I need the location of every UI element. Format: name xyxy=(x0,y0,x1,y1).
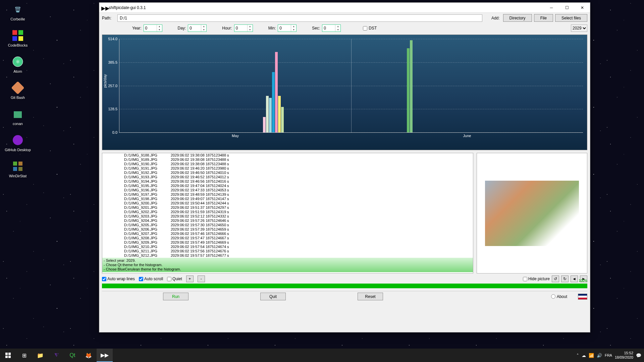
svg-rect-14 xyxy=(8,353,11,355)
svg-rect-11 xyxy=(13,167,17,171)
progress-bar: 100% xyxy=(102,284,587,288)
desktop-icon-gitbash[interactable]: Git Bash xyxy=(3,80,33,100)
min-spinner[interactable]: ▲▼ xyxy=(278,24,297,32)
year-label: Year: xyxy=(132,26,142,31)
rotate-left-button[interactable]: ↺ xyxy=(552,276,559,282)
spinner-down-icon: ▼ xyxy=(157,28,162,32)
zoom-in-button[interactable]: + xyxy=(186,276,194,282)
svg-rect-2 xyxy=(12,36,17,41)
tray-wifi-icon[interactable]: 📶 xyxy=(589,353,594,358)
image-preview xyxy=(477,153,587,274)
svg-rect-6 xyxy=(12,82,24,94)
sec-spinner[interactable]: ▲▼ xyxy=(322,24,341,32)
desktop-icon-conan[interactable]: conan xyxy=(3,106,33,126)
desktop-icon-codeblocks[interactable]: CodeBlocks xyxy=(3,28,33,48)
firefox-icon[interactable]: 🦊 xyxy=(80,349,97,362)
svg-rect-10 xyxy=(18,162,22,166)
min-label: Min: xyxy=(268,26,276,31)
svg-rect-12 xyxy=(18,167,22,171)
hour-label: Hour: xyxy=(222,26,232,31)
spinner-up-icon: ▲ xyxy=(157,25,162,28)
window-title: shiftpicdate-gui 0.3.1 xyxy=(109,5,544,10)
directory-button[interactable]: Directory xyxy=(503,14,532,22)
desktop-icons: 🗑️Corbeille CodeBlocks ⚛Atom Git Bash co… xyxy=(3,2,33,185)
svg-rect-7 xyxy=(14,111,22,118)
day-label: Day: xyxy=(178,26,186,31)
tray-language[interactable]: FRA xyxy=(605,353,612,357)
run-button[interactable]: Run xyxy=(163,293,189,300)
hour-spinner[interactable]: ▲▼ xyxy=(234,24,253,32)
tray-clock[interactable]: 15:52 18/09/2020 xyxy=(615,351,633,360)
svg-point-8 xyxy=(13,135,23,145)
svg-text:⚛: ⚛ xyxy=(15,59,20,65)
language-flag-icon[interactable] xyxy=(578,294,587,300)
tray-chevron-icon[interactable]: ˄ xyxy=(577,353,579,358)
task-view-icon[interactable]: ⊞ xyxy=(16,349,32,362)
auto-wrap-checkbox[interactable]: Auto wrap lines xyxy=(102,277,135,281)
svg-rect-13 xyxy=(5,353,8,355)
desktop-icon-corbeille[interactable]: 🗑️Corbeille xyxy=(3,2,33,22)
y-axis-label: pics/day xyxy=(103,74,107,87)
file-button[interactable]: File xyxy=(534,14,553,22)
prev-image-button[interactable]: ◄ xyxy=(571,276,578,282)
close-button[interactable]: ✕ xyxy=(575,3,590,13)
path-label: Path: xyxy=(102,16,115,20)
sec-label: Sec: xyxy=(312,26,320,31)
year-select[interactable]: 2029 xyxy=(571,24,587,32)
svg-rect-16 xyxy=(8,356,11,358)
tray-volume-icon[interactable]: 🔊 xyxy=(597,353,602,358)
add-label: Add: xyxy=(491,16,500,20)
progress-percent: 100% xyxy=(579,279,587,283)
start-button[interactable] xyxy=(0,349,16,362)
vscode-icon[interactable]: ⧨ xyxy=(48,349,64,362)
preview-thumbnail xyxy=(485,181,579,246)
app-taskbar-icon[interactable]: ▶▶ xyxy=(97,349,113,362)
desktop-icon-githubdesktop[interactable]: GitHub Desktop xyxy=(3,132,33,153)
histogram-chart: pics/day 0.0128.5257.0385.5514.0MayJune xyxy=(102,35,587,150)
maximize-button[interactable]: ☐ xyxy=(559,3,575,13)
zoom-out-button[interactable]: - xyxy=(198,276,205,282)
svg-rect-9 xyxy=(13,162,17,166)
quit-button[interactable]: Quit xyxy=(260,293,286,300)
tray-cloud-icon[interactable]: ☁ xyxy=(582,353,586,358)
day-spinner[interactable]: ▲▼ xyxy=(188,24,207,32)
svg-rect-15 xyxy=(5,356,8,358)
desktop-icon-atom[interactable]: ⚛Atom xyxy=(3,54,33,74)
auto-scroll-checkbox[interactable]: Auto scroll xyxy=(139,277,163,281)
app-window: ▶▶ shiftpicdate-gui 0.3.1 ─ ☐ ✕ Path: Ad… xyxy=(99,2,590,333)
reset-button[interactable]: Reset xyxy=(358,293,383,300)
desktop-icon-windirstat[interactable]: WinDirStat xyxy=(3,159,33,179)
explorer-icon[interactable]: 📁 xyxy=(32,349,48,362)
quiet-checkbox[interactable]: Quiet xyxy=(167,277,182,281)
select-files-button[interactable]: Select files xyxy=(555,14,587,22)
about-radio[interactable]: About xyxy=(551,294,567,299)
svg-rect-0 xyxy=(12,30,17,35)
svg-rect-3 xyxy=(18,36,23,41)
app-icon: ▶▶ xyxy=(101,5,107,10)
titlebar[interactable]: ▶▶ shiftpicdate-gui 0.3.1 ─ ☐ ✕ xyxy=(99,3,590,13)
hide-picture-checkbox[interactable]: Hide picture xyxy=(523,277,550,281)
taskbar: ⊞ 📁 ⧨ Qt 🦊 ▶▶ ˄ ☁ 📶 🔊 FRA 15:52 18/09/20… xyxy=(0,349,644,362)
svg-rect-1 xyxy=(18,30,23,35)
path-input[interactable] xyxy=(117,14,482,22)
tray-notifications-icon[interactable]: 💬 xyxy=(636,353,641,358)
minimize-button[interactable]: ─ xyxy=(544,3,559,13)
log-output[interactable]: D:/1/IMG_9188.JPG 2029:06:02 19:38:08 18… xyxy=(102,153,473,274)
dst-checkbox[interactable]: DST xyxy=(363,26,377,31)
qt-icon[interactable]: Qt xyxy=(64,349,80,362)
rotate-right-button[interactable]: ↻ xyxy=(561,276,569,282)
year-spinner[interactable]: ▲▼ xyxy=(144,24,162,32)
